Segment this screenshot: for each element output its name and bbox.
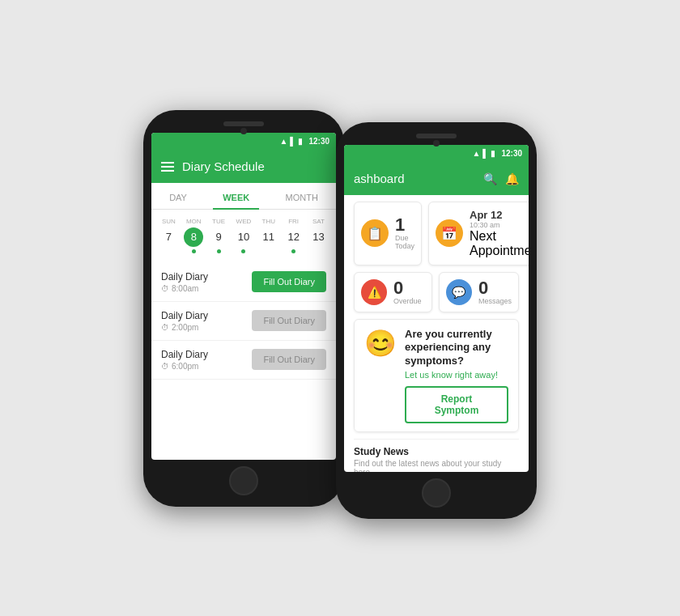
fill-diary-btn-2[interactable]: Fill Out Diary (252, 310, 326, 331)
messages-card: 💬 0 Messages (439, 272, 519, 312)
phone-1-speaker (223, 121, 264, 126)
status-time-2: 12:30 (501, 149, 522, 158)
entry-info-3: Daily Diary ⏱ 6:00pm (161, 349, 208, 371)
cal-dot-fri (291, 249, 295, 253)
status-icons-1: ▲ ▌ ▮ 12:30 (279, 137, 329, 146)
overdue-info: 0 Overdue (393, 279, 422, 305)
cal-day-sat[interactable]: Sat 13 (308, 218, 328, 253)
due-today-label: Due Today (395, 234, 414, 250)
cal-label-mon: Mon (186, 218, 202, 225)
overdue-number: 0 (393, 279, 422, 297)
cal-label-wed: Wed (236, 218, 252, 225)
calendar-row: Sun 7 Mon 8 Tue 9 Wed 10 (151, 210, 336, 258)
fill-diary-btn-3[interactable]: Fill Out Diary (252, 349, 326, 370)
tab-week[interactable]: WEEK (213, 189, 259, 209)
messages-icon: 💬 (446, 279, 472, 305)
phone-2-home-btn[interactable] (422, 478, 451, 508)
phone-2-camera (433, 140, 440, 147)
symptom-card: 😊 Are you currently experiencing any sym… (354, 319, 519, 433)
cal-label-sun: Sun (162, 218, 176, 225)
phone-1-camera (240, 128, 247, 134)
messages-number: 0 (478, 279, 512, 297)
app-title-1: Diary Schedule (182, 159, 326, 173)
due-today-icon: 📋 (361, 219, 389, 247)
cal-label-thu: Thu (262, 218, 275, 225)
symptom-emoji: 😊 (364, 328, 397, 359)
next-appointment-card: 📅 Apr 12 10:30 am Next Appointment (428, 202, 529, 266)
scene: ▲ ▌ ▮ 12:30 Diary Schedule DAY WEEK MONT… (143, 98, 537, 519)
cal-label-fri: Fri (288, 218, 299, 225)
cal-day-mon[interactable]: Mon 8 (184, 218, 203, 253)
entry-title-1: Daily Diary (161, 271, 208, 283)
clock-icon-2: ⏱ (161, 323, 169, 332)
bell-icon[interactable]: 🔔 (505, 172, 519, 185)
cal-day-sun[interactable]: Sun 7 (159, 218, 178, 253)
phone-2-speaker (416, 134, 457, 138)
tab-month[interactable]: MONTH (276, 189, 328, 209)
diary-list: Daily Diary ⏱ 8:00am Fill Out Diary Dail… (151, 258, 336, 384)
cal-dot-wed (241, 249, 245, 253)
app-bar-2: ashboard 🔍 🔔 (344, 163, 529, 195)
appointment-time: 10:30 am (470, 221, 529, 229)
appointment-label: Next Appointment (470, 229, 529, 258)
diary-entry-3: Daily Diary ⏱ 6:00pm Fill Out Diary (151, 341, 336, 380)
entry-info-2: Daily Diary ⏱ 2:00pm (161, 310, 208, 332)
cal-num-wed: 10 (234, 227, 253, 247)
app-title-2: ashboard (354, 172, 483, 185)
entry-title-3: Daily Diary (161, 349, 208, 360)
entry-time-1: ⏱ 8:00am (161, 284, 208, 293)
phone-1-screen: ▲ ▌ ▮ 12:30 Diary Schedule DAY WEEK MONT… (151, 133, 336, 460)
cal-num-fri: 12 (284, 227, 304, 247)
wifi-icon: ▲ (279, 137, 287, 146)
search-icon[interactable]: 🔍 (483, 172, 497, 185)
signal-icon-2: ▌ (482, 149, 488, 158)
study-news-title: Study News (354, 446, 519, 457)
dashboard-content: 📋 1 Due Today 📅 Apr 12 10:30 (344, 195, 529, 472)
app-bar-1: Diary Schedule (151, 151, 336, 183)
fill-diary-btn-1[interactable]: Fill Out Diary (252, 271, 326, 292)
phone-2-screen: ▲ ▌ ▮ 12:30 ashboard 🔍 🔔 (344, 145, 529, 472)
cal-num-sun: 7 (159, 227, 178, 247)
appointment-icon: 📅 (436, 219, 463, 247)
cal-label-tue: Tue (212, 218, 225, 225)
cal-num-thu: 11 (259, 227, 278, 247)
entry-time-2: ⏱ 2:00pm (161, 323, 208, 332)
cal-num-mon: 8 (184, 227, 203, 247)
cal-day-thu[interactable]: Thu 11 (259, 218, 278, 253)
overdue-icon: ⚠️ (361, 279, 387, 305)
report-symptom-button[interactable]: Report Symptom (405, 386, 508, 423)
appointment-date: Apr 12 (470, 209, 529, 221)
messages-label: Messages (478, 297, 512, 305)
cal-dot-mon (192, 249, 196, 253)
study-news: Study News Find out the latest news abou… (354, 439, 519, 471)
overdue-card: ⚠️ 0 Overdue (354, 272, 432, 312)
due-today-number: 1 (395, 216, 414, 234)
symptom-subtitle: Let us know right away! (405, 370, 508, 380)
status-bar-2: ▲ ▌ ▮ 12:30 (344, 145, 529, 163)
symptom-card-content: Are you currently experiencing any sympt… (405, 328, 508, 424)
overdue-label: Overdue (393, 297, 422, 305)
symptom-text: Are you currently experiencing any sympt… (405, 328, 508, 380)
battery-icon-2: ▮ (491, 149, 495, 158)
clipboard-icon: 📋 (367, 226, 383, 241)
due-today-info: 1 Due Today (395, 216, 414, 250)
tab-day[interactable]: DAY (159, 189, 197, 209)
cal-label-sat: Sat (312, 218, 325, 225)
clock-icon-3: ⏱ (161, 362, 169, 371)
cal-day-wed[interactable]: Wed 10 (234, 218, 253, 253)
entry-info-1: Daily Diary ⏱ 8:00am (161, 271, 208, 293)
calendar-icon: 📅 (441, 226, 457, 241)
signal-icon: ▌ (290, 137, 295, 146)
cal-day-fri[interactable]: Fri 12 (284, 218, 304, 253)
hamburger-menu-icon[interactable] (161, 162, 174, 172)
study-news-desc: Find out the latest news about your stud… (354, 459, 519, 471)
status-bar-1: ▲ ▌ ▮ 12:30 (151, 133, 336, 151)
phone-1-home-btn[interactable] (229, 466, 258, 495)
app-bar-icons: 🔍 🔔 (483, 172, 519, 185)
cal-day-tue[interactable]: Tue 9 (209, 218, 228, 253)
appointment-detail: Apr 12 10:30 am Next Appointment (470, 209, 529, 258)
due-today-card: 📋 1 Due Today (354, 202, 422, 266)
phone-2: ▲ ▌ ▮ 12:30 ashboard 🔍 🔔 (336, 122, 537, 519)
status-icons-2: ▲ ▌ ▮ 12:30 (472, 149, 522, 158)
phone-1: ▲ ▌ ▮ 12:30 Diary Schedule DAY WEEK MONT… (143, 110, 344, 507)
